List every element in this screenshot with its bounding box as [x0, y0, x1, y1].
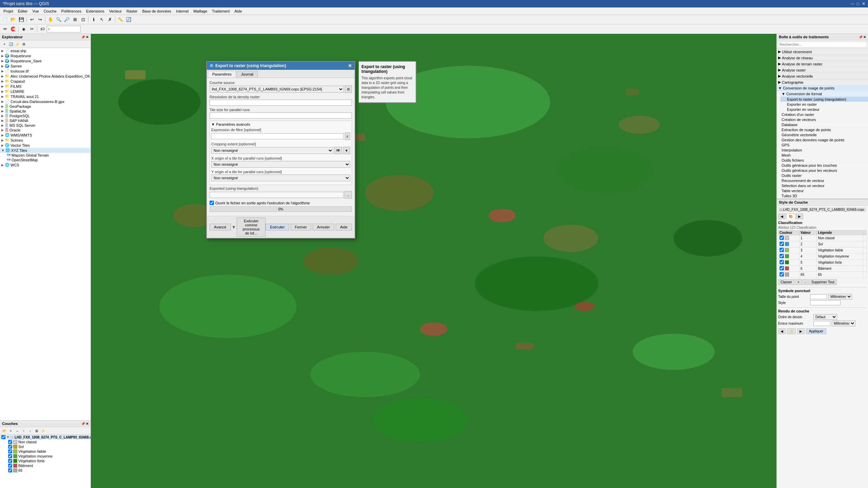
open-project-btn[interactable]: 📂	[9, 16, 17, 23]
tools-item-export-vecteur[interactable]: Exporter en vecteur	[780, 107, 868, 112]
split-btn[interactable]: ✂	[28, 25, 36, 33]
tree-item-sarree[interactable]: ▶🌍 Sarree	[0, 63, 91, 68]
menu-traitement[interactable]: Traitement	[210, 8, 232, 14]
tree-item-mssql[interactable]: ▶🗄 MS SQL Server	[0, 123, 91, 128]
zoom-full-btn[interactable]: ⊞	[71, 16, 79, 23]
classification-row-7[interactable]: 65 65	[778, 272, 867, 278]
tree-item-roquebrune[interactable]: ▶🌍 Roquebrune	[0, 53, 91, 58]
resolution-input[interactable]: 1,000000	[210, 100, 352, 106]
layer-batiment[interactable]: Bâtiment	[0, 463, 91, 468]
tools-item-geom-vector[interactable]: Géométrie vectorielle	[777, 133, 868, 138]
row4-cb[interactable]	[780, 254, 784, 258]
open-after-checkbox[interactable]	[210, 201, 214, 205]
tree-item-wmswmts[interactable]: ▶🌐 WMS/WMTS	[0, 133, 91, 138]
cropping-more-btn[interactable]: ▼	[343, 147, 350, 154]
execute-btn[interactable]: Exécuter	[265, 224, 289, 230]
tools-item-database[interactable]: Database	[777, 122, 868, 127]
erreur-input[interactable]: 0,300000	[813, 321, 830, 326]
explorer-pin-btn[interactable]: 📌	[81, 35, 85, 39]
tools-item-gps[interactable]: GPS	[777, 143, 868, 148]
style-history-forward-btn[interactable]: ▶	[797, 328, 805, 334]
menu-couche[interactable]: Couche	[42, 8, 59, 14]
tools-section-recent-header[interactable]: ▶ Utilisé récemment	[777, 49, 868, 55]
node-btn[interactable]: ◈	[20, 25, 27, 33]
params-avances-header[interactable]: ▼ Paramètres avancés	[211, 122, 350, 126]
tools-item-creation-raster[interactable]: Création d'un raster	[777, 112, 868, 117]
tools-section-conversion-header[interactable]: ▼ Conversion de nuage de points	[777, 85, 868, 91]
tools-section-analyse-raster-header[interactable]: ▶ Analyse raster	[777, 67, 868, 73]
menu-raster[interactable]: Raster	[124, 8, 139, 14]
style-icon-tab-forward[interactable]: ▶	[796, 214, 803, 219]
tools-section-format-header[interactable]: ▼ Conversion de format	[780, 91, 868, 97]
tools-section-analyse-vector-header[interactable]: ▶ Analyse vectorielle	[777, 73, 868, 79]
dialog-close-btn[interactable]: ✕	[348, 63, 352, 68]
tree-item-geopackage[interactable]: ▶🗄 GeoPackage	[0, 104, 91, 109]
layer-main[interactable]: ▼ ⬡ LHD_FXX_1008_6274_PTS_C_LAMP93_IGN69…	[0, 435, 91, 440]
zoom-in-btn[interactable]: 🔍	[55, 16, 62, 23]
tree-item-alec[interactable]: ▶📁 Alec Underwood Photos Aldabra Expedit…	[0, 74, 91, 79]
layer-65-checkbox[interactable]	[8, 468, 12, 472]
tools-item-outils-raster[interactable]: Outils raster	[777, 173, 868, 178]
menu-extensions[interactable]: Extensions	[84, 8, 106, 14]
explorer-settings-btn[interactable]: ⚙	[21, 41, 27, 47]
filter-input[interactable]	[211, 133, 344, 139]
layers-up-btn[interactable]: ↑	[21, 428, 27, 434]
classification-row-6[interactable]: 6 Bâtiment	[778, 266, 867, 272]
measure-btn[interactable]: 📏	[117, 16, 124, 23]
remove-class-btn[interactable]: -	[803, 279, 808, 285]
tools-item-recouvrement[interactable]: Recouvrement de vecteur	[777, 178, 868, 183]
row7-cb[interactable]	[780, 272, 784, 277]
row3-color[interactable]	[785, 248, 789, 252]
row3-cb[interactable]	[780, 248, 784, 252]
tools-item-selection[interactable]: Sélection dans un vecteur	[777, 183, 868, 188]
layer-main-checkbox[interactable]	[1, 435, 5, 439]
couche-source-select[interactable]: lhd_FXX_1008_6274_PTS_C_LAMB93_IGN69.cop…	[210, 86, 344, 93]
layer-veg-moyenne-checkbox[interactable]	[8, 454, 12, 458]
style-icon-tab-back[interactable]: ◀	[778, 214, 786, 219]
close-btn[interactable]: Fermer	[291, 224, 311, 230]
tree-item-lemire[interactable]: ▶📁 LEMIRE	[0, 89, 91, 94]
tree-item-vector-tiles[interactable]: ▶🌐 Vector Tiles	[0, 143, 91, 148]
classification-row-4[interactable]: 4 Végétation moyenne	[778, 253, 867, 260]
layer-non-classe[interactable]: Non classé	[0, 440, 91, 444]
tools-item-outils-vecteurs[interactable]: Outils généraux pour les vecteurs	[777, 168, 868, 173]
couche-source-settings-btn[interactable]: ⚙	[345, 85, 352, 93]
tools-section-carto-header[interactable]: ▶ Cartographie	[777, 79, 868, 85]
maximize-btn[interactable]: □	[857, 1, 859, 6]
layer-sol-checkbox[interactable]	[8, 445, 12, 449]
tools-item-export-raster[interactable]: Exporter en raster	[780, 102, 868, 107]
tools-item-export-raster-tri[interactable]: Export to raster (using triangulation)	[780, 97, 868, 102]
exported-browse-btn[interactable]: …	[344, 191, 352, 199]
redo-btn[interactable]: ↪	[36, 16, 44, 23]
add-class-btn[interactable]: +	[795, 279, 802, 285]
row2-color[interactable]	[785, 242, 789, 246]
pan-btn[interactable]: ✋	[47, 16, 54, 23]
layers-group-btn[interactable]: ⊞	[34, 428, 40, 434]
tree-item-toulouse[interactable]: ▶📄 toulouse.tif	[0, 68, 91, 74]
layers-remove-btn[interactable]: –	[14, 428, 20, 434]
layers-pin-btn[interactable]: 📌	[81, 422, 85, 426]
layer-65[interactable]: 65	[0, 468, 91, 473]
layer-veg-faible-checkbox[interactable]	[8, 449, 12, 453]
tools-item-interpolation[interactable]: Interpolation	[777, 148, 868, 153]
layer-non-classe-checkbox[interactable]	[8, 440, 12, 444]
row1-cb[interactable]	[780, 236, 784, 240]
menu-vue[interactable]: Vue	[31, 8, 41, 14]
tools-search-input[interactable]	[778, 41, 867, 47]
taille-input[interactable]: 1,000000	[810, 294, 827, 299]
refresh-btn[interactable]: 🔄	[125, 16, 132, 23]
tree-item-postgresql[interactable]: ▶🗄 PostgreSQL	[0, 114, 91, 118]
avance-dropdown-btn[interactable]: ▼	[232, 224, 236, 230]
classification-row-3[interactable]: 3 Végétation faible	[778, 247, 867, 253]
select-btn[interactable]: ↖	[98, 16, 105, 23]
tree-item-osm[interactable]: 🗺 OpenStreetMap	[0, 158, 91, 162]
tools-item-gestion-nuage[interactable]: Gestion des données nuage de points	[777, 138, 868, 143]
label-btn[interactable]: 🏷	[39, 25, 46, 33]
avance-btn[interactable]: Avancé	[210, 224, 231, 230]
row2-cb[interactable]	[780, 242, 784, 246]
tools-item-outils-couches[interactable]: Outils généraux pour les couches	[777, 163, 868, 168]
map-area[interactable]: ⚙ Export to raster (using triangulation)…	[91, 34, 776, 488]
layers-close-btn[interactable]: ✕	[86, 422, 88, 426]
classification-row-2[interactable]: 2 Sol	[778, 241, 867, 247]
exported-input[interactable]: [Enregistrer dans un fichier temporaire]	[210, 192, 343, 198]
